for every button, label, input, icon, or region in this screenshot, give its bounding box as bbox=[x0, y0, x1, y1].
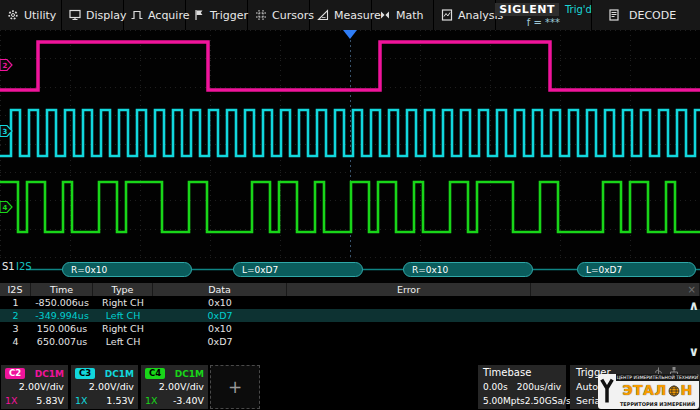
menu-item-label: Utility bbox=[24, 9, 56, 22]
siglent-logo: SIGLENT bbox=[495, 3, 559, 16]
analysis-icon bbox=[441, 9, 453, 21]
menu-item-decode[interactable]: DECODE bbox=[592, 0, 700, 30]
table-cell: -850.006us bbox=[31, 296, 93, 309]
table-cell: Right CH bbox=[93, 322, 153, 335]
etalon-logo-icon bbox=[598, 374, 616, 409]
table-header-row: I2STimeTypeDataError bbox=[0, 283, 700, 296]
cursors-icon bbox=[255, 9, 267, 21]
decode-label: DECODE bbox=[629, 9, 676, 22]
menu-item-measure[interactable]: Measure bbox=[310, 0, 372, 30]
menu-item-label: Acquire bbox=[148, 9, 189, 22]
table-cell: -349.994us bbox=[31, 309, 93, 322]
close-icon[interactable]: × bbox=[688, 283, 696, 296]
decode-bubble: R=0x10 bbox=[403, 262, 533, 277]
timebase-delay: 0.00s bbox=[483, 380, 508, 394]
menu-item-label: Trigger bbox=[210, 9, 248, 22]
trigger-position-marker[interactable] bbox=[343, 30, 357, 39]
table-cell bbox=[531, 335, 700, 348]
menu-item-acquire[interactable]: Acquire bbox=[124, 0, 186, 30]
menu-item-label: Display bbox=[86, 9, 127, 22]
timebase-title: Timebase bbox=[483, 366, 561, 380]
channel-badge: C3 bbox=[75, 368, 95, 379]
menu-item-analysis[interactable]: Analysis bbox=[434, 0, 496, 30]
table-cell bbox=[531, 309, 700, 322]
channel-4-position-marker[interactable]: 4 bbox=[0, 202, 12, 213]
timebase-scale: 200us/div bbox=[517, 380, 561, 394]
table-cell bbox=[287, 322, 531, 335]
channel-coupling: DC1M bbox=[175, 369, 204, 379]
table-cell bbox=[287, 296, 531, 309]
decode-bubble: L=0xD7 bbox=[577, 262, 696, 277]
table-cell: 0xD7 bbox=[153, 335, 287, 348]
flag-icon bbox=[193, 9, 205, 21]
decode-bus-protocol: I2S bbox=[16, 261, 32, 272]
table-cell bbox=[531, 322, 700, 335]
add-channel-button[interactable]: + bbox=[210, 365, 260, 409]
svg-text:2: 2 bbox=[3, 62, 8, 70]
channel-probe: 1X bbox=[145, 394, 158, 407]
scroll-up-icon[interactable]: ∧ bbox=[688, 299, 699, 312]
decode-bubble: R=0x10 bbox=[62, 262, 192, 277]
channel-descriptor-c3[interactable]: C3 DC1M 2.00V/div 1X 1.53V bbox=[71, 365, 138, 409]
table-cell: 1 bbox=[0, 296, 31, 309]
channel-coupling: DC1M bbox=[35, 369, 64, 379]
channel-probe: 1X bbox=[5, 394, 18, 407]
timebase-descriptor[interactable]: Timebase 0.00s 200us/div 5.00Mpts 2.50GS… bbox=[478, 365, 566, 409]
menu-item-cursors[interactable]: Cursors bbox=[248, 0, 310, 30]
channel-scale: 2.00V/div bbox=[75, 380, 134, 394]
table-header-type: Type bbox=[93, 283, 153, 296]
table-header-time: Time bbox=[31, 283, 93, 296]
table-row[interactable]: 3150.006usRight CH0x10 bbox=[0, 322, 700, 335]
table-cell: Left CH bbox=[93, 335, 153, 348]
table-body: 1-850.006usRight CH0x102-349.994usLeft C… bbox=[0, 296, 700, 361]
table-row[interactable]: 4650.007usLeft CH0xD7 bbox=[0, 335, 700, 348]
sample-rate: 2.50GSa/s bbox=[525, 394, 571, 408]
etalon-watermark: ЦЕНТР ИЗМЕРИТЕЛЬНОЙ ТЕХНИКИ ЭТАЛ Н ТЕРРИ… bbox=[598, 374, 699, 409]
menu-item-math[interactable]: Math bbox=[372, 0, 434, 30]
menu-item-trigger[interactable]: Trigger bbox=[186, 0, 248, 30]
menu-item-utility[interactable]: Utility bbox=[0, 0, 62, 30]
channel-scale: 2.00V/div bbox=[5, 380, 64, 394]
channel-offset: 5.83V bbox=[36, 394, 64, 407]
scroll-down-icon[interactable]: ∨ bbox=[688, 345, 699, 358]
status-block: SIGLENT Trig'd f = *** bbox=[496, 0, 592, 30]
channel-scale: 2.00V/div bbox=[145, 380, 204, 394]
table-row[interactable]: 2-349.994usLeft CH0xD7 bbox=[0, 309, 700, 322]
waveform-display[interactable]: 234 S1 I2S R=0x10L=0xD7R=0x10L=0xD7 bbox=[0, 30, 700, 283]
table-cell: 150.006us bbox=[31, 322, 93, 335]
display-icon bbox=[69, 9, 81, 21]
table-cell: 0x10 bbox=[153, 296, 287, 309]
table-cell: 0xD7 bbox=[153, 309, 287, 322]
waveform-svg: 234 bbox=[0, 30, 700, 283]
oscilloscope-screen: UtilityDisplayAcquireTriggerCursorsMeasu… bbox=[0, 0, 700, 410]
watermark-brand-left: ЭТАЛ bbox=[622, 381, 666, 400]
gear-icon bbox=[7, 9, 19, 21]
decode-bus-id: S1 bbox=[2, 261, 15, 272]
table-header-data: Data bbox=[153, 283, 287, 296]
menu-item-label: Math bbox=[396, 9, 424, 22]
bottom-status-bar: C2 DC1M 2.00V/div 1X 5.83V C3 DC1M 2.00V… bbox=[0, 363, 700, 410]
watermark-brand: ЭТАЛ Н bbox=[622, 381, 693, 400]
channel-descriptor-c2[interactable]: C2 DC1M 2.00V/div 1X 5.83V bbox=[1, 365, 68, 409]
table-cell: 4 bbox=[0, 335, 31, 348]
table-cell: 2 bbox=[0, 309, 31, 322]
table-row[interactable]: 1-850.006usRight CH0x10 bbox=[0, 296, 700, 309]
table-cell: 3 bbox=[0, 322, 31, 335]
menu-item-display[interactable]: Display bbox=[62, 0, 124, 30]
globe-icon bbox=[668, 385, 680, 397]
channel-badge: C2 bbox=[5, 368, 25, 379]
svg-text:3: 3 bbox=[3, 128, 8, 136]
table-cell: 0x10 bbox=[153, 322, 287, 335]
watermark-bottom-text: ТЕРРИТОРИЯ ИЗМЕРЕНИЙ bbox=[620, 400, 695, 408]
acquire-icon bbox=[131, 9, 143, 21]
menu-items: UtilityDisplayAcquireTriggerCursorsMeasu… bbox=[0, 0, 496, 30]
table-cell bbox=[287, 335, 531, 348]
plus-icon: + bbox=[228, 377, 242, 397]
channel-descriptor-c4[interactable]: C4 DC1M 2.00V/div 1X -3.40V bbox=[141, 365, 208, 409]
table-cell: 650.007us bbox=[31, 335, 93, 348]
timebase-memory: 5.00Mpts bbox=[483, 394, 525, 408]
frequency-readout: f = *** bbox=[527, 17, 560, 28]
channel-2-position-marker[interactable]: 2 bbox=[0, 60, 12, 71]
decode-list-icon bbox=[608, 9, 620, 21]
table-cell: Right CH bbox=[93, 296, 153, 309]
